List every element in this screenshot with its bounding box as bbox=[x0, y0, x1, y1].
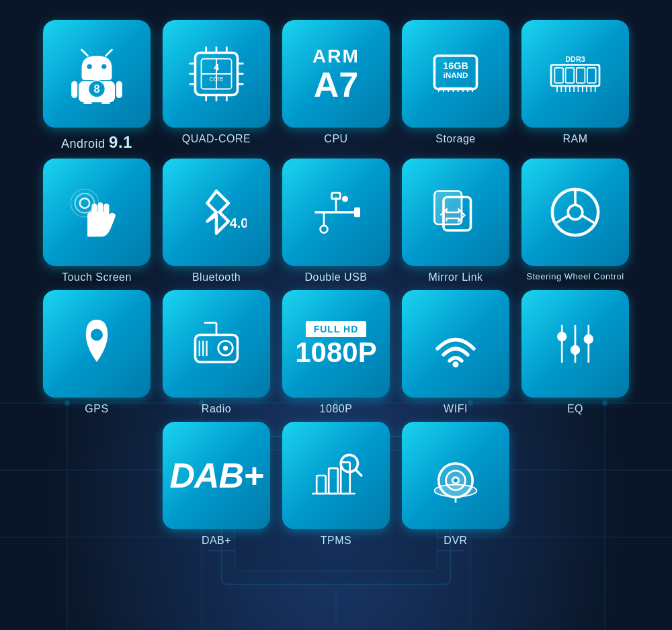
svg-line-108 bbox=[583, 216, 595, 223]
quad-core-icon: 4 core bbox=[186, 44, 247, 104]
tpms-cell: TPMS bbox=[282, 422, 390, 547]
svg-point-35 bbox=[87, 64, 92, 69]
storage-label: Storage bbox=[435, 133, 476, 145]
gps-cell: GPS bbox=[43, 290, 151, 415]
svg-text:core: core bbox=[210, 75, 224, 83]
steering-box bbox=[521, 159, 629, 266]
svg-line-33 bbox=[82, 50, 88, 56]
dvr-icon bbox=[425, 445, 486, 506]
wifi-label: WIFI bbox=[444, 403, 468, 415]
svg-rect-77 bbox=[577, 68, 585, 83]
mirror-icon bbox=[425, 182, 486, 242]
usb-icon bbox=[306, 182, 366, 242]
bluetooth-icon: 4.0 bbox=[186, 182, 247, 242]
double-usb-cell: Double USB bbox=[282, 159, 390, 283]
android-icon: 8 bbox=[67, 44, 127, 104]
svg-point-122 bbox=[571, 345, 580, 355]
svg-text:4.0: 4.0 bbox=[230, 216, 247, 230]
svg-text:4: 4 bbox=[214, 62, 219, 73]
quad-core-box: 4 core bbox=[163, 20, 270, 128]
steering-label: Steering Wheel Control bbox=[526, 271, 624, 281]
eq-icon bbox=[545, 314, 605, 374]
android-box: 8 bbox=[43, 20, 151, 128]
quad-core-cell: 4 core QUAD-CORE bbox=[163, 20, 270, 152]
dab-label: DAB+ bbox=[202, 535, 231, 547]
1080p-box: FULL HD 1080P bbox=[282, 290, 390, 398]
eq-label: EQ bbox=[567, 403, 583, 415]
ram-box: DDR3 bbox=[521, 20, 629, 128]
gps-box bbox=[43, 290, 151, 398]
android-cell: 8 Android 9.1 bbox=[43, 20, 151, 152]
tpms-box bbox=[282, 422, 390, 529]
eq-cell: EQ bbox=[521, 290, 629, 415]
tpms-label: TPMS bbox=[321, 535, 351, 547]
android-label: Android 9.1 bbox=[61, 133, 132, 152]
svg-rect-39 bbox=[116, 81, 122, 98]
svg-rect-125 bbox=[317, 476, 326, 494]
double-usb-box bbox=[282, 159, 390, 266]
bluetooth-label: Bluetooth bbox=[192, 271, 241, 283]
svg-text:iNAND: iNAND bbox=[443, 71, 468, 79]
mirror-link-box bbox=[402, 159, 509, 266]
touch-screen-label: Touch Screen bbox=[62, 271, 132, 283]
svg-rect-126 bbox=[329, 468, 338, 494]
svg-rect-75 bbox=[554, 68, 563, 83]
svg-text:16GB: 16GB bbox=[443, 60, 468, 71]
svg-rect-76 bbox=[566, 68, 575, 83]
steering-icon bbox=[545, 182, 605, 242]
svg-point-118 bbox=[453, 361, 459, 367]
cpu-box: ARM A7 bbox=[282, 20, 390, 128]
mirror-link-cell: Mirror Link bbox=[402, 159, 509, 283]
svg-rect-112 bbox=[196, 335, 238, 363]
svg-line-130 bbox=[355, 469, 362, 476]
svg-point-120 bbox=[557, 332, 566, 341]
ram-cell: DDR3 RAM bbox=[521, 20, 629, 152]
dab-box: DAB+ bbox=[163, 422, 270, 529]
radio-icon bbox=[186, 314, 247, 374]
svg-line-107 bbox=[556, 216, 568, 223]
svg-point-36 bbox=[101, 64, 106, 69]
main-content: 8 Android 9.1 bbox=[0, 0, 672, 567]
feature-row-1: 8 Android 9.1 bbox=[20, 20, 652, 152]
double-usb-label: Double USB bbox=[304, 271, 367, 283]
svg-line-34 bbox=[106, 50, 112, 56]
mirror-link-label: Mirror Link bbox=[428, 271, 482, 283]
feature-row-4: DAB+ DAB+ TPMS bbox=[20, 422, 652, 547]
dab-cell: DAB+ DAB+ bbox=[163, 422, 270, 547]
1080p-cell: FULL HD 1080P 1080P bbox=[282, 290, 390, 415]
storage-icon: 16GB iNAND bbox=[425, 44, 486, 104]
ram-icon: DDR3 bbox=[545, 44, 605, 104]
dvr-label: DVR bbox=[444, 535, 467, 547]
svg-point-135 bbox=[454, 479, 457, 482]
wifi-icon bbox=[425, 314, 486, 374]
tpms-icon bbox=[306, 445, 366, 506]
wifi-cell: WIFI bbox=[402, 290, 509, 415]
radio-label: Radio bbox=[202, 403, 231, 415]
radio-box bbox=[163, 290, 270, 398]
storage-box: 16GB iNAND bbox=[402, 20, 509, 128]
svg-point-99 bbox=[321, 226, 328, 233]
touch-screen-cell: Touch Screen bbox=[43, 159, 151, 283]
bluetooth-cell: 4.0 Bluetooth bbox=[163, 159, 270, 283]
ram-label: RAM bbox=[562, 133, 587, 145]
storage-cell: 16GB iNAND Storage bbox=[402, 20, 509, 152]
eq-box bbox=[521, 290, 629, 398]
svg-point-105 bbox=[568, 205, 583, 220]
feature-row-3: GPS bbox=[20, 290, 652, 415]
touch-screen-box bbox=[43, 159, 151, 266]
quad-core-label: QUAD-CORE bbox=[182, 133, 251, 145]
svg-text:8: 8 bbox=[93, 83, 99, 95]
svg-text:DDR3: DDR3 bbox=[565, 55, 585, 63]
1080p-label: 1080P bbox=[320, 403, 353, 415]
dvr-box bbox=[402, 422, 509, 529]
svg-point-109 bbox=[91, 329, 103, 341]
gps-label: GPS bbox=[85, 403, 108, 415]
svg-rect-97 bbox=[332, 193, 341, 199]
gps-icon bbox=[67, 314, 127, 374]
touch-icon bbox=[67, 182, 127, 242]
dvr-cell: DVR bbox=[402, 422, 509, 547]
svg-point-124 bbox=[584, 334, 593, 344]
radio-cell: Radio bbox=[163, 290, 270, 415]
svg-point-91 bbox=[75, 193, 95, 213]
svg-rect-38 bbox=[71, 81, 77, 98]
